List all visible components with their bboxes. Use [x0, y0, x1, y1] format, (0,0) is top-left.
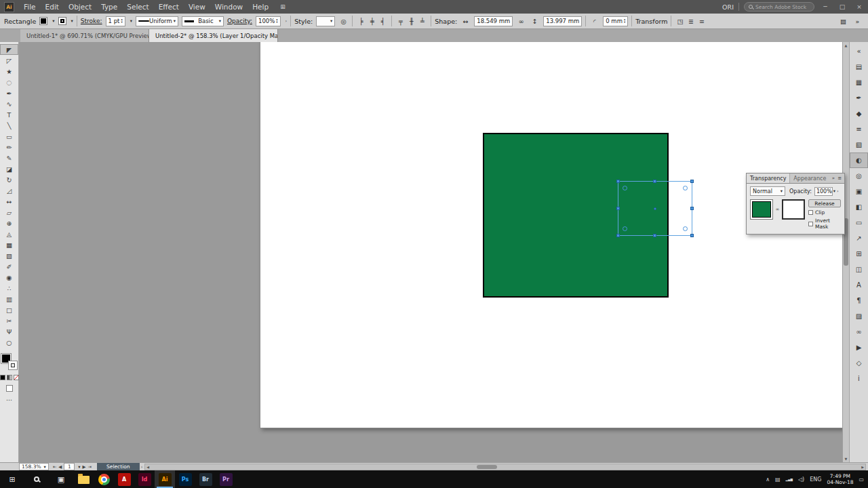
- release-button[interactable]: Release: [808, 199, 841, 207]
- free-transform-tool[interactable]: ▱: [0, 207, 18, 218]
- stroke-color-swatch[interactable]: [58, 17, 66, 25]
- zoom-tool[interactable]: ○: [0, 337, 18, 348]
- selection-handle-middle-right[interactable]: [690, 207, 694, 210]
- corner-radius-stepper[interactable]: ▴ ▾: [624, 18, 625, 24]
- isolate-mode-icon[interactable]: ◳: [675, 16, 685, 26]
- tab-appearance[interactable]: Appearance: [790, 174, 829, 183]
- align-horizontal-left-icon[interactable]: ╞: [356, 16, 366, 26]
- opacity-mask-thumbnail[interactable]: [782, 199, 805, 220]
- perspective-grid-tool[interactable]: ◬: [0, 228, 18, 239]
- taskbar-chrome[interactable]: [94, 470, 114, 488]
- taskbar-search-button[interactable]: [24, 470, 49, 488]
- corner-widget-top-left[interactable]: [623, 186, 627, 190]
- invert-mask-option[interactable]: Invert Mask: [808, 218, 841, 230]
- minimize-button[interactable]: ─: [819, 3, 831, 10]
- stroke-indicator[interactable]: [8, 361, 18, 370]
- vertical-scrollbar[interactable]: ▲ ▼: [842, 42, 849, 462]
- panel-menu-icon[interactable]: ≡: [837, 176, 842, 181]
- task-view-button[interactable]: ▣: [49, 470, 73, 488]
- stroke-dropdown-icon[interactable]: ▾: [71, 18, 73, 24]
- menu-select[interactable]: Select: [122, 0, 153, 14]
- menu-edit[interactable]: Edit: [41, 0, 64, 14]
- slice-tool[interactable]: ✂: [0, 315, 18, 326]
- selection-handle-top-right[interactable]: [690, 180, 694, 183]
- menu-object[interactable]: Object: [64, 0, 96, 14]
- transparency-panel-icon[interactable]: ◐: [850, 152, 868, 168]
- artboard-tool[interactable]: □: [0, 304, 18, 315]
- layers-panel-icon[interactable]: ◧: [850, 199, 868, 215]
- blend-tool[interactable]: ◉: [0, 272, 18, 283]
- taskbar-premiere[interactable]: Pr: [216, 470, 236, 488]
- selection-bounding-box[interactable]: [618, 181, 692, 236]
- actions-panel-icon[interactable]: ▶: [850, 340, 868, 355]
- menu-effect[interactable]: Effect: [154, 0, 184, 14]
- selection-handle-top-center[interactable]: [653, 180, 656, 183]
- menu-window[interactable]: Window: [210, 0, 248, 14]
- gradient-panel-icon[interactable]: ▧: [850, 137, 868, 152]
- shape-width-field[interactable]: 18.549 mm: [474, 16, 513, 26]
- pathfinder-panel-icon[interactable]: ◫: [850, 262, 868, 277]
- fill-color-swatch[interactable]: [39, 17, 47, 25]
- document-canvas[interactable]: Transparency Appearance » ≡ Normal ▾ Opa…: [19, 42, 849, 462]
- tab-untitled-2[interactable]: Untitled-2* @ 158.3% (Layer 1/Opacity Ma…: [149, 29, 278, 42]
- action-center-icon[interactable]: ▭: [859, 476, 864, 483]
- width-tool[interactable]: ↔: [0, 196, 18, 207]
- selection-handle-middle-left[interactable]: [616, 207, 620, 210]
- options-menu-icon[interactable]: ≡: [696, 16, 707, 26]
- curvature-tool[interactable]: ∿: [0, 98, 18, 109]
- language-indicator[interactable]: ENG: [810, 476, 821, 483]
- stroke-panel-icon[interactable]: ≡: [850, 121, 868, 137]
- rectangle-tool[interactable]: ▭: [0, 131, 18, 142]
- taskbar-clock[interactable]: 7:49 PM 04-Nov-18: [827, 473, 854, 486]
- scroll-up-arrow[interactable]: ▲: [845, 43, 848, 47]
- opacity-link[interactable]: Opacity:: [227, 18, 252, 24]
- clip-checkbox[interactable]: [808, 210, 813, 215]
- shape-builder-tool[interactable]: ⊕: [0, 218, 18, 228]
- taskbar-acrobat[interactable]: A: [114, 470, 134, 488]
- opacity-stepper[interactable]: ▴ ▾: [276, 18, 277, 24]
- character-panel-icon[interactable]: A: [850, 277, 868, 293]
- stroke-weight-link[interactable]: Stroke:: [81, 18, 102, 24]
- volume-icon[interactable]: ◁): [798, 476, 804, 483]
- collapse-panels-icon[interactable]: «: [850, 43, 868, 59]
- collapse-panel-icon[interactable]: »: [832, 176, 835, 181]
- opacity-field[interactable]: 100% ▴ ▾: [256, 16, 281, 26]
- network-icon[interactable]: ▂▄▆: [786, 478, 793, 481]
- selection-handle-bottom-center[interactable]: [653, 234, 656, 237]
- taskbar-file-explorer[interactable]: [73, 470, 94, 488]
- tab-transparency[interactable]: Transparency: [747, 174, 790, 183]
- brush-definition-select[interactable]: Basic ▾: [182, 16, 224, 26]
- screen-mode-icon[interactable]: ⋯: [6, 396, 12, 403]
- align-horizontal-center-icon[interactable]: ╪: [367, 16, 377, 26]
- color-panel-icon[interactable]: ▤: [850, 59, 868, 75]
- fill-dropdown-icon[interactable]: ▾: [52, 18, 54, 24]
- previous-artboard-button[interactable]: ◀: [58, 464, 62, 470]
- taskbar-bridge[interactable]: Br: [195, 470, 216, 488]
- adobe-stock-search[interactable]: Search Adobe Stock: [744, 2, 814, 12]
- menu-view[interactable]: View: [184, 0, 210, 14]
- swatches-panel-icon[interactable]: ▦: [850, 75, 868, 90]
- symbol-sprayer-tool[interactable]: ∴: [0, 283, 18, 293]
- close-button[interactable]: ×: [853, 3, 865, 10]
- column-graph-tool[interactable]: ▥: [0, 293, 18, 304]
- panel-opacity-expand-icon[interactable]: ›: [837, 188, 839, 194]
- constrain-proportions-icon[interactable]: ∞: [516, 16, 526, 26]
- align-vertical-center-icon[interactable]: ╫: [406, 16, 416, 26]
- status-expand-icon[interactable]: ›: [141, 464, 143, 470]
- display-icon[interactable]: ▤: [775, 476, 781, 483]
- eyedropper-tool[interactable]: ✐: [0, 261, 18, 272]
- gradient-tool[interactable]: ▧: [0, 250, 18, 261]
- pen-tool[interactable]: ✒: [0, 87, 18, 98]
- hand-tool[interactable]: Ψ: [0, 326, 18, 337]
- style-select[interactable]: ▾: [316, 16, 335, 26]
- scroll-left-arrow[interactable]: ◀: [146, 465, 149, 469]
- menu-file[interactable]: File: [19, 0, 41, 14]
- brushes-panel-icon[interactable]: ✒: [850, 90, 868, 106]
- direct-selection-tool[interactable]: ◸: [0, 55, 18, 66]
- blend-mode-select[interactable]: Normal ▾: [750, 186, 785, 196]
- tab-untitled-1[interactable]: Untitled-1* @ 690.71% (CMYK/GPU Preview)…: [20, 29, 149, 42]
- clip-option[interactable]: Clip: [808, 209, 841, 216]
- eraser-tool[interactable]: ◪: [0, 163, 18, 174]
- select-similar-icon[interactable]: ≣: [686, 16, 696, 26]
- panel-dock-icon[interactable]: ▤: [838, 16, 848, 26]
